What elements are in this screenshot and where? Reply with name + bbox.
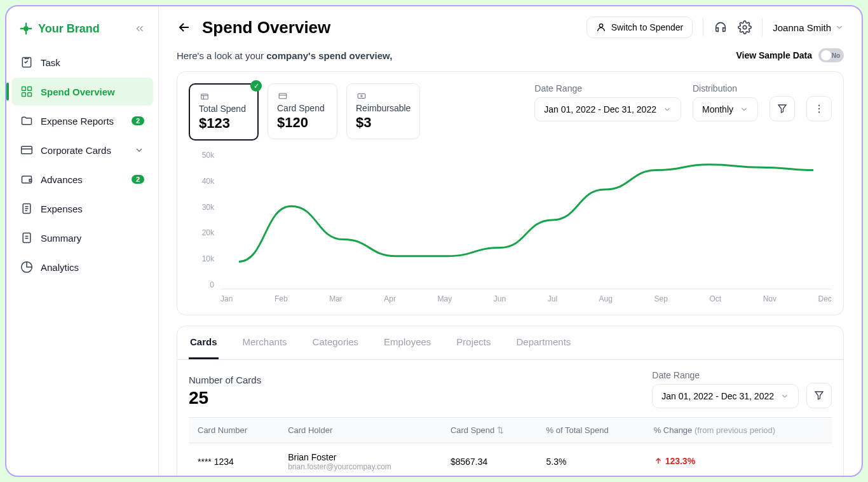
cards-panel: CardsMerchantsCategoriesEmployeesProject… xyxy=(177,326,844,476)
svg-rect-6 xyxy=(22,146,32,154)
nav-label: Summary xyxy=(41,233,81,244)
toggle-state: No xyxy=(832,52,840,59)
sidebar-item-expenses[interactable]: Expenses xyxy=(11,195,153,223)
sidebar-item-corporate-cards[interactable]: Corporate Cards xyxy=(11,136,153,164)
task-icon xyxy=(20,56,33,69)
metric-card-total-spend[interactable]: ✓ Total Spend $123 xyxy=(189,83,259,141)
sidebar-item-summary[interactable]: Summary xyxy=(11,224,153,252)
headset-icon[interactable] xyxy=(714,20,728,34)
filter-icon xyxy=(813,390,825,401)
tab-merchants[interactable]: Merchants xyxy=(241,326,288,359)
cell-card-spend: $8567.34 xyxy=(442,443,538,476)
more-vertical-icon xyxy=(813,103,825,114)
cards-table: Card Number Card Holder Card Spend⇅ % of… xyxy=(189,417,832,476)
user-menu[interactable]: Joanna Smith xyxy=(773,22,844,33)
card-count-value: 25 xyxy=(189,388,261,408)
switch-to-spender-button[interactable]: Switch to Spender xyxy=(587,17,693,38)
sidebar-item-analytics[interactable]: Analytics xyxy=(11,253,153,281)
cell-card-holder: Brian Foster brian.foster@yourcompay.com xyxy=(279,443,442,476)
sidebar-collapse-button[interactable] xyxy=(134,23,146,34)
x-tick: Jan xyxy=(220,294,233,303)
y-tick: 40k xyxy=(189,177,214,186)
col-card-spend[interactable]: Card Spend⇅ xyxy=(442,418,538,443)
sheet-icon xyxy=(199,92,210,101)
spend-chart-panel: ✓ Total Spend $123 Card Spend $120 Reimb… xyxy=(177,71,844,315)
back-button[interactable] xyxy=(177,20,192,35)
metric-label: Total Spend xyxy=(199,104,248,114)
metric-value: $123 xyxy=(199,115,248,132)
svg-rect-2 xyxy=(22,87,26,91)
x-tick: Jul xyxy=(548,294,557,303)
check-icon: ✓ xyxy=(250,80,262,92)
svg-rect-13 xyxy=(279,93,287,99)
settings-icon[interactable] xyxy=(738,20,752,34)
spend-chart: 50k40k30k20k10k0 JanFebMarAprMayJunJulAu… xyxy=(189,151,832,303)
x-tick: Apr xyxy=(384,294,396,303)
chevron-down-icon xyxy=(835,23,844,32)
cards-date-range-dropdown[interactable]: Jan 01, 2022 - Dec 31, 2022 xyxy=(652,384,799,408)
x-tick: Dec xyxy=(818,294,832,303)
page-title: Spend Overview xyxy=(202,18,576,38)
cell-card-number: **** 1234 xyxy=(189,443,279,476)
topbar: Spend Overview Switch to Spender Joanna … xyxy=(159,6,862,48)
y-tick: 50k xyxy=(189,151,214,160)
sort-icon: ⇅ xyxy=(497,425,504,435)
cards-date-range-label: Date Range xyxy=(652,370,799,380)
more-button[interactable] xyxy=(806,96,832,121)
receipt-icon xyxy=(20,202,33,215)
divider xyxy=(762,18,763,36)
metric-card-card-spend[interactable]: Card Spend $120 xyxy=(268,83,337,139)
y-tick: 20k xyxy=(189,228,214,237)
nav-label: Task xyxy=(41,57,60,68)
y-tick: 0 xyxy=(189,280,214,289)
tab-employees[interactable]: Employees xyxy=(383,326,432,359)
metric-value: $3 xyxy=(356,114,410,131)
metric-label: Card Spend xyxy=(277,103,328,113)
x-tick: Sep xyxy=(654,294,668,303)
svg-point-10 xyxy=(599,24,602,27)
x-tick: Jun xyxy=(494,294,506,303)
subheading: Here's a look at your company's spend ov… xyxy=(177,50,392,61)
document-icon xyxy=(20,231,33,244)
tab-departments[interactable]: Departments xyxy=(515,326,573,359)
distribution-dropdown[interactable]: Monthly xyxy=(693,97,758,121)
svg-rect-12 xyxy=(201,94,208,99)
sidebar-item-task[interactable]: Task xyxy=(11,48,153,76)
sample-data-toggle[interactable]: No xyxy=(818,48,844,62)
user-icon xyxy=(596,22,606,32)
nav-label: Expense Reports xyxy=(41,116,114,127)
col-pct-total[interactable]: % of Total Spend xyxy=(538,418,645,443)
col-card-holder[interactable]: Card Holder xyxy=(279,418,442,443)
svg-rect-5 xyxy=(28,93,32,97)
sidebar-item-expense-reports[interactable]: Expense Reports 2 xyxy=(11,107,153,135)
tab-projects[interactable]: Projects xyxy=(455,326,492,359)
table-row[interactable]: **** 1234 Brian Foster brian.foster@your… xyxy=(189,443,832,476)
col-pct-change[interactable]: % Change (from previous period) xyxy=(645,418,832,443)
metric-card-reimbursable[interactable]: Reimbursable $3 xyxy=(346,83,420,139)
tab-cards[interactable]: Cards xyxy=(189,326,219,359)
x-tick: Oct xyxy=(709,294,721,303)
col-card-number[interactable]: Card Number xyxy=(189,418,279,443)
nav-label: Corporate Cards xyxy=(41,145,111,156)
svg-point-18 xyxy=(818,111,820,113)
filter-button[interactable] xyxy=(770,96,795,121)
sidebar-item-spend-overview[interactable]: Spend Overview xyxy=(11,78,153,106)
svg-point-0 xyxy=(24,27,28,31)
svg-point-16 xyxy=(818,105,820,106)
card-icon xyxy=(277,92,288,100)
filter-icon xyxy=(776,103,788,114)
sidebar-item-advances[interactable]: Advances 2 xyxy=(11,165,153,193)
date-range-dropdown[interactable]: Jan 01, 2022 - Dec 31, 2022 xyxy=(534,97,681,121)
svg-rect-14 xyxy=(358,94,365,99)
cards-filter-button[interactable] xyxy=(806,383,832,408)
chevron-down-icon xyxy=(663,105,672,114)
svg-point-15 xyxy=(361,95,362,97)
switch-label: Switch to Spender xyxy=(611,22,684,32)
brand[interactable]: Your Brand xyxy=(19,22,100,36)
brand-logo-icon xyxy=(19,22,33,36)
x-tick: Nov xyxy=(763,294,776,303)
tab-categories[interactable]: Categories xyxy=(311,326,360,359)
folder-icon xyxy=(20,114,33,127)
y-tick: 10k xyxy=(189,254,214,263)
x-tick: Aug xyxy=(599,294,613,303)
